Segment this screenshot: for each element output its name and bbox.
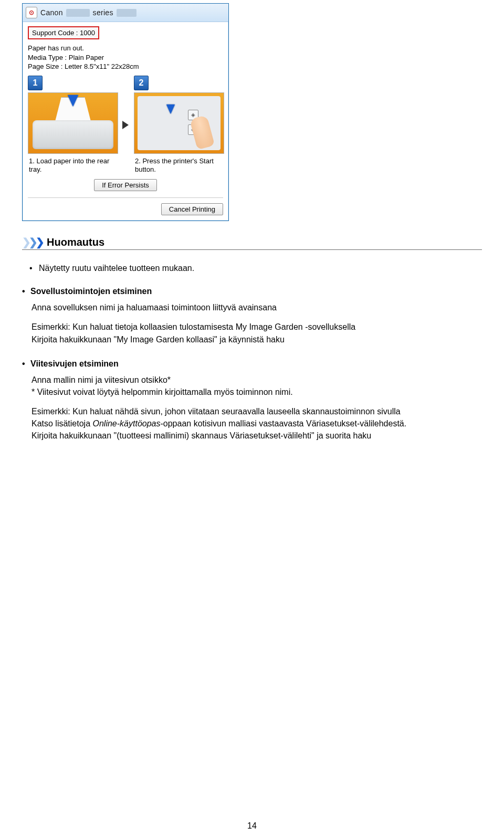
step-1-number: 1 [28, 76, 43, 90]
dialog-body: Support Code : 1000 Paper has run out. M… [23, 22, 228, 221]
section-refs-p2: Esimerkki: Kun haluat nähdä sivun, johon… [32, 405, 482, 442]
step-1-caption: 1. Load paper into the rear tray. [28, 154, 117, 175]
section-refs-p2a: Esimerkki: Kun haluat nähdä sivun, johon… [32, 407, 401, 416]
support-code-badge: Support Code : 1000 [28, 26, 99, 39]
section-refs-p1b: * Viitesivut voivat löytyä helpommin kir… [32, 388, 293, 396]
step-2: 2 ◈ ◈ 2. Press the printer's Start butto… [134, 76, 223, 175]
section-refs: Viitesivujen etsiminen Anna mallin nimi … [22, 359, 482, 442]
brand-label: Canon [40, 8, 63, 17]
chevrons-icon: ❯❯❯ [22, 236, 43, 248]
section-apps: Sovellustoimintojen etsiminen Anna sovel… [22, 287, 482, 346]
cancel-button-row: Cancel Printing [28, 203, 223, 215]
step-2-caption: 2. Press the printer's Start button. [134, 154, 223, 175]
section-refs-p2b-post: -oppaan kotisivun malliasi vastaavasta V… [160, 419, 406, 428]
section-apps-p1: Anna sovelluksen nimi ja haluamaasi toim… [32, 301, 482, 313]
page-number: 14 [0, 821, 504, 831]
model-blur: xxxxxx [66, 9, 90, 17]
step-2-number: 2 [134, 76, 149, 90]
section-apps-p2a: Esimerkki: Kun haluat tietoja kollaasien… [32, 322, 355, 331]
persist-button-row: If Error Persists [28, 179, 223, 191]
arrow-down-icon [166, 104, 175, 114]
if-error-persists-button[interactable]: If Error Persists [94, 179, 157, 191]
dialog-title: Canon xxxxxx series xxxxx [40, 8, 136, 17]
step-1: 1 1. Load paper into the rear tray. [28, 76, 117, 175]
section-refs-p2b-italic: Online-käyttöopas [93, 419, 161, 428]
info-line-1: Paper has run out. [28, 44, 223, 53]
section-refs-p3: Kirjoita hakuikkunaan "(tuotteesi mallin… [32, 431, 371, 440]
steps-row: 1 1. Load paper into the rear tray. 2 ◈ [28, 76, 223, 175]
section-refs-title: Viitesivujen etsiminen [22, 359, 482, 369]
model-blur-2: xxxxx [117, 9, 136, 17]
note-body: Näytetty ruutu vaihtelee tuotteen mukaan… [22, 258, 482, 273]
section-apps-p2: Esimerkki: Kun haluat tietoja kollaasien… [32, 321, 482, 345]
steps-separator [120, 76, 131, 175]
chevron-right-icon [122, 121, 129, 129]
arrow-down-icon [68, 95, 78, 107]
section-apps-p2b: Kirjoita hakuikkunaan "My Image Garden k… [32, 335, 285, 344]
divider [28, 197, 223, 198]
series-label: series [93, 8, 113, 17]
step-1-image [28, 92, 118, 154]
note-title: Huomautus [47, 236, 104, 248]
canon-icon: ⊙ [26, 7, 37, 18]
printer-icon [33, 120, 113, 149]
section-apps-title: Sovellustoimintojen etsiminen [22, 287, 482, 296]
note-header: ❯❯❯ Huomautus [22, 236, 482, 250]
printer-dialog: ⊙ Canon xxxxxx series xxxxx Support Code… [22, 3, 229, 221]
info-line-2: Media Type : Plain Paper [28, 53, 223, 62]
cancel-printing-button[interactable]: Cancel Printing [161, 203, 223, 215]
section-refs-p1: Anna mallin nimi ja viitesivun otsikko* … [32, 374, 482, 398]
note-block: ❯❯❯ Huomautus Näytetty ruutu vaihtelee t… [22, 236, 482, 273]
section-refs-p1a: Anna mallin nimi ja viitesivun otsikko* [32, 375, 171, 384]
note-line: Näytetty ruutu vaihtelee tuotteen mukaan… [39, 264, 482, 273]
dialog-info: Paper has run out. Media Type : Plain Pa… [28, 44, 223, 71]
step-2-image: ◈ ◈ [134, 92, 224, 154]
section-refs-p2b-pre: Katso lisätietoja [32, 419, 93, 428]
info-line-3: Page Size : Letter 8.5"x11" 22x28cm [28, 62, 223, 71]
dialog-titlebar: ⊙ Canon xxxxxx series xxxxx [23, 4, 228, 22]
